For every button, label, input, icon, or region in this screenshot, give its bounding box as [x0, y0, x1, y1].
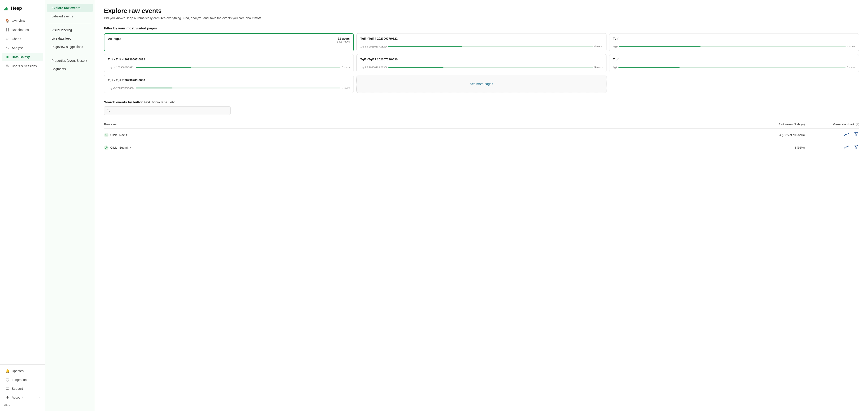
svg-rect-1 — [5, 8, 6, 10]
page-card-tgif-top[interactable]: Tgif /tgif/ 4 users — [609, 33, 859, 51]
svg-point-12 — [6, 65, 8, 66]
secondary-item-label: Segments — [52, 67, 66, 71]
chart-cell-2 — [818, 144, 859, 151]
page-subtitle: Did you know? Heap automatically capture… — [104, 16, 859, 20]
secondary-item-pageview-suggestions[interactable]: Pageview suggestions — [47, 43, 93, 51]
sidebar-item-label: Users & Sessions — [12, 64, 37, 68]
page-card-tgif4-mid[interactable]: Tgif - Tgif 4 20230607t0822 ...tgif-4-20… — [104, 54, 354, 72]
sidebar-item-analyze[interactable]: Analyze — [2, 43, 43, 52]
sidebar-item-account[interactable]: ⚙ Account › — [2, 393, 43, 402]
card-users-small: 2 users — [342, 87, 350, 89]
table-row: Click - Submit > 4 (36%) — [104, 141, 859, 154]
event-cell-2: Click - Submit > — [104, 145, 571, 150]
page-card-see-more[interactable]: See more pages — [356, 75, 606, 93]
sidebar-item-data-galaxy[interactable]: Data Galaxy — [2, 53, 43, 61]
card-top: All Pages 11 users Last 7 days — [108, 37, 350, 43]
search-icon — [107, 109, 110, 113]
svg-rect-6 — [6, 30, 7, 31]
card-users-small: 3 users — [342, 66, 350, 68]
card-name: Tgif - Tgif 7 20230703t0630 — [108, 78, 145, 82]
sidebar-item-label: Dashboards — [12, 28, 29, 32]
sidebar-item-label: Updates — [12, 369, 24, 373]
secondary-item-label: Labeled events — [52, 14, 73, 18]
progress-fill — [135, 67, 191, 68]
sidebar-item-label: Data Galaxy — [12, 55, 30, 59]
secondary-item-segments[interactable]: Segments — [47, 65, 93, 73]
data-galaxy-icon — [5, 55, 9, 59]
card-top: Tgif — [613, 57, 855, 61]
filter-label: Filter by your most visited pages — [104, 26, 859, 30]
search-wrap — [104, 106, 859, 115]
secondary-divider-1 — [49, 23, 91, 23]
page-card-tgif7-mid[interactable]: Tgif - Tgif 7 20230703t0630 ...tgif-7-20… — [356, 54, 606, 72]
main-content: Explore raw events Did you know? Heap au… — [95, 0, 868, 411]
progress-fill — [388, 67, 443, 68]
overview-icon: 🏠 — [5, 19, 9, 23]
table-row: Click - Next > 4 (36% of all users) — [104, 129, 859, 141]
card-name: Tgif - Tgif 4 20230607t0822 — [360, 37, 398, 41]
card-date: Last 7 days — [337, 40, 350, 43]
secondary-item-label: Explore raw events — [52, 6, 81, 10]
page-card-tgif-mid[interactable]: Tgif /tgif 3 users — [609, 54, 859, 72]
pages-grid: All Pages 11 users Last 7 days Tgif - Tg… — [104, 33, 859, 93]
users-cell-1: 4 (36% of all users) — [571, 133, 818, 137]
sidebar-item-overview[interactable]: 🏠 Overview — [2, 17, 43, 25]
secondary-item-explore-raw-events[interactable]: Explore raw events — [47, 4, 93, 12]
event-icon-1 — [104, 133, 108, 137]
integrations-icon — [5, 378, 9, 382]
page-card-tgif4-top[interactable]: Tgif - Tgif 4 20230607t0822 ...tgif-4-20… — [356, 33, 606, 51]
search-input[interactable] — [104, 106, 230, 115]
info-icon[interactable]: i — [856, 123, 859, 126]
progress-wrap: ...tgif-7-20230703t0630/ 2 users — [108, 86, 350, 90]
secondary-item-properties[interactable]: Properties (event & user) — [47, 57, 93, 65]
sidebar-nav: 🏠 Overview Dashboards Charts Analyze — [0, 16, 45, 407]
card-name: All Pages — [108, 37, 121, 41]
users-icon — [5, 64, 9, 68]
account-arrow: › — [39, 396, 39, 399]
sidebar-item-label: Overview — [12, 19, 25, 23]
sidebar-section-label: Main — [0, 402, 45, 407]
card-users: 11 users — [337, 37, 350, 40]
card-url: /tgif/ — [613, 45, 618, 48]
secondary-item-visual-labeling[interactable]: Visual labeling — [47, 26, 93, 34]
svg-rect-4 — [6, 28, 7, 30]
sidebar-item-users-sessions[interactable]: Users & Sessions — [2, 62, 43, 70]
card-url: /tgif — [613, 66, 617, 69]
card-users-small: 3 users — [594, 66, 602, 68]
sidebar-item-label: Account — [12, 395, 23, 399]
sidebar-item-support[interactable]: Support — [2, 384, 43, 393]
progress-wrap: /tgif 3 users — [613, 66, 855, 69]
charts-icon — [5, 37, 9, 41]
chart-line-btn-2[interactable] — [843, 144, 850, 151]
sidebar: Heap 🏠 Overview Dashboards Charts Analyz… — [0, 0, 45, 411]
sidebar-item-updates[interactable]: 🔔 Updates — [2, 367, 43, 375]
analyze-icon — [5, 46, 9, 50]
svg-rect-7 — [8, 30, 9, 31]
event-icon-2 — [104, 145, 108, 150]
sidebar-item-label: Integrations — [12, 378, 28, 382]
col-users-header: # of users (7 days) — [571, 123, 818, 126]
secondary-item-live-data-feed[interactable]: Live data feed — [47, 34, 93, 42]
chart-funnel-btn-2[interactable] — [854, 144, 859, 151]
chart-line-btn-1[interactable] — [843, 131, 850, 138]
svg-marker-14 — [6, 378, 9, 381]
secondary-panel: Explore raw events Labeled events Visual… — [45, 0, 95, 411]
card-users-small: 4 users — [594, 45, 602, 48]
sidebar-item-dashboards[interactable]: Dashboards — [2, 26, 43, 34]
page-card-all-pages[interactable]: All Pages 11 users Last 7 days — [104, 33, 354, 51]
page-card-tgif7-low[interactable]: Tgif - Tgif 7 20230703t0630 ...tgif-7-20… — [104, 75, 354, 93]
progress-track — [619, 46, 845, 47]
secondary-item-label: Live data feed — [52, 37, 71, 40]
chart-funnel-btn-1[interactable] — [854, 131, 859, 139]
card-url: ...tgif-4-20230607t0822/ — [360, 45, 387, 48]
sidebar-item-integrations[interactable]: Integrations › — [2, 376, 43, 384]
see-more-label: See more pages — [470, 82, 493, 86]
card-top: Tgif - Tgif 7 20230703t0630 — [360, 57, 602, 61]
svg-rect-3 — [7, 8, 8, 10]
sidebar-item-charts[interactable]: Charts — [2, 35, 43, 43]
svg-point-13 — [8, 65, 9, 66]
progress-fill — [618, 67, 680, 68]
card-right: 11 users Last 7 days — [337, 37, 350, 43]
secondary-item-labeled-events[interactable]: Labeled events — [47, 12, 93, 20]
updates-icon: 🔔 — [5, 369, 9, 373]
